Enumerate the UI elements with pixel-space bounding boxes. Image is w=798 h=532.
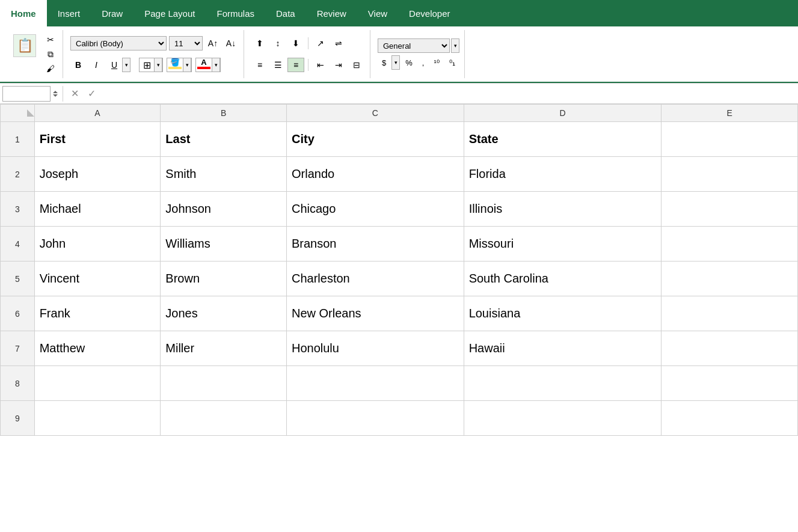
- border-button[interactable]: ⊞: [140, 58, 154, 72]
- ribbon-tab-developer[interactable]: Developer: [398, 0, 461, 26]
- row-header-8[interactable]: 8: [1, 366, 35, 401]
- cell-1-B[interactable]: Last: [161, 122, 287, 157]
- cell-8-D[interactable]: [464, 366, 661, 401]
- decrease-indent-button[interactable]: ⇤: [312, 58, 329, 72]
- cell-1-C[interactable]: City: [286, 122, 464, 157]
- col-header-b[interactable]: B: [161, 105, 287, 122]
- cell-1-E[interactable]: [661, 122, 798, 157]
- cell-4-E[interactable]: [661, 227, 798, 261]
- row-header-2[interactable]: 2: [1, 157, 35, 192]
- align-left-button[interactable]: ≡: [251, 58, 268, 72]
- paste-button[interactable]: 📋: [10, 33, 40, 58]
- ribbon-tab-review[interactable]: Review: [306, 0, 357, 26]
- align-middle-button[interactable]: ↕: [269, 36, 286, 50]
- font-name-select[interactable]: Calibri (Body): [70, 36, 167, 50]
- ribbon-tab-formulas[interactable]: Formulas: [206, 0, 265, 26]
- cell-3-B[interactable]: Johnson: [161, 192, 287, 227]
- font-color-button[interactable]: A: [196, 58, 212, 72]
- col-header-d[interactable]: D: [464, 105, 661, 122]
- cell-5-D[interactable]: South Carolina: [464, 261, 661, 296]
- accounting-dropdown[interactable]: ▾: [391, 55, 400, 70]
- ribbon-tab-page-layout[interactable]: Page Layout: [134, 0, 206, 26]
- formula-confirm-button[interactable]: ✓: [85, 88, 98, 99]
- cell-5-E[interactable]: [661, 261, 798, 296]
- percent-button[interactable]: %: [401, 55, 417, 70]
- comma-button[interactable]: ,: [418, 55, 429, 70]
- format-painter-button[interactable]: 🖌: [43, 62, 58, 75]
- cell-7-D[interactable]: Hawaii: [464, 331, 661, 366]
- cell-7-A[interactable]: Matthew: [34, 331, 161, 366]
- fill-color-button[interactable]: 🪣: [167, 58, 183, 72]
- cell-5-B[interactable]: Brown: [161, 261, 287, 296]
- font-color-dropdown[interactable]: ▾: [212, 58, 220, 72]
- cell-2-D[interactable]: Florida: [464, 157, 661, 192]
- cell-9-A[interactable]: [34, 401, 161, 436]
- align-center-button[interactable]: ☰: [269, 58, 286, 72]
- border-dropdown[interactable]: ▾: [154, 58, 162, 72]
- row-header-3[interactable]: 3: [1, 192, 35, 227]
- cell-2-A[interactable]: Joseph: [34, 157, 161, 192]
- ribbon-tab-home[interactable]: Home: [0, 0, 47, 26]
- cell-9-B[interactable]: [161, 401, 287, 436]
- col-header-a[interactable]: A: [34, 105, 161, 122]
- accounting-button[interactable]: $: [378, 55, 390, 70]
- cell-6-E[interactable]: [661, 296, 798, 331]
- cell-7-E[interactable]: [661, 331, 798, 366]
- cell-3-C[interactable]: Chicago: [286, 192, 464, 227]
- number-format-select[interactable]: General: [378, 38, 450, 53]
- cell-6-A[interactable]: Frank: [34, 296, 161, 331]
- formula-cancel-button[interactable]: ✕: [68, 88, 81, 99]
- cell-6-C[interactable]: New Orleans: [286, 296, 464, 331]
- font-shrink-button[interactable]: A↓: [223, 36, 239, 50]
- cell-1-A[interactable]: First: [34, 122, 161, 157]
- col-header-e[interactable]: E: [661, 105, 798, 122]
- cell-ref-up-arrow[interactable]: [53, 91, 58, 93]
- cell-9-D[interactable]: [464, 401, 661, 436]
- row-header-7[interactable]: 7: [1, 331, 35, 366]
- wrap-text-button[interactable]: ⇌: [330, 36, 347, 50]
- cell-3-D[interactable]: Illinois: [464, 192, 661, 227]
- fill-color-dropdown[interactable]: ▾: [183, 58, 191, 72]
- bold-button[interactable]: B: [70, 58, 86, 72]
- ribbon-tab-draw[interactable]: Draw: [91, 0, 134, 26]
- cell-9-C[interactable]: [286, 401, 464, 436]
- cell-8-A[interactable]: [34, 366, 161, 401]
- cell-4-A[interactable]: John: [34, 227, 161, 261]
- row-header-1[interactable]: 1: [1, 122, 35, 157]
- cell-5-C[interactable]: Charleston: [286, 261, 464, 296]
- cell-4-B[interactable]: Williams: [161, 227, 287, 261]
- row-header-6[interactable]: 6: [1, 296, 35, 331]
- cell-7-C[interactable]: Honolulu: [286, 331, 464, 366]
- italic-button[interactable]: I: [88, 58, 104, 72]
- font-size-select[interactable]: 11: [169, 36, 203, 50]
- cell-2-B[interactable]: Smith: [161, 157, 287, 192]
- row-header-9[interactable]: 9: [1, 401, 35, 436]
- increase-decimal-button[interactable]: ¹⁰: [429, 55, 443, 70]
- underline-button[interactable]: U: [106, 58, 122, 72]
- ribbon-tab-view[interactable]: View: [357, 0, 398, 26]
- row-header-4[interactable]: 4: [1, 227, 35, 261]
- cell-5-A[interactable]: Vincent: [34, 261, 161, 296]
- orient-button[interactable]: ↗: [312, 36, 329, 50]
- cell-4-D[interactable]: Missouri: [464, 227, 661, 261]
- cell-ref-down-arrow[interactable]: [53, 94, 58, 97]
- row-header-5[interactable]: 5: [1, 261, 35, 296]
- number-format-dropdown[interactable]: ▾: [451, 38, 459, 53]
- cell-reference-box[interactable]: [2, 86, 51, 102]
- cell-2-C[interactable]: Orlando: [286, 157, 464, 192]
- ribbon-tab-insert[interactable]: Insert: [47, 0, 91, 26]
- align-bottom-button[interactable]: ⬇: [287, 36, 304, 50]
- increase-indent-button[interactable]: ⇥: [330, 58, 347, 72]
- cell-1-D[interactable]: State: [464, 122, 661, 157]
- align-right-button[interactable]: ≡: [287, 58, 304, 72]
- cell-9-E[interactable]: [661, 401, 798, 436]
- cell-8-C[interactable]: [286, 366, 464, 401]
- cell-3-A[interactable]: Michael: [34, 192, 161, 227]
- cell-2-E[interactable]: [661, 157, 798, 192]
- underline-dropdown[interactable]: ▾: [122, 58, 130, 72]
- col-header-c[interactable]: C: [286, 105, 464, 122]
- merge-center-button[interactable]: ⊟: [348, 58, 365, 72]
- copy-button[interactable]: ⧉: [43, 47, 58, 61]
- ribbon-tab-data[interactable]: Data: [265, 0, 306, 26]
- decrease-decimal-button[interactable]: ⁰₁: [445, 55, 459, 70]
